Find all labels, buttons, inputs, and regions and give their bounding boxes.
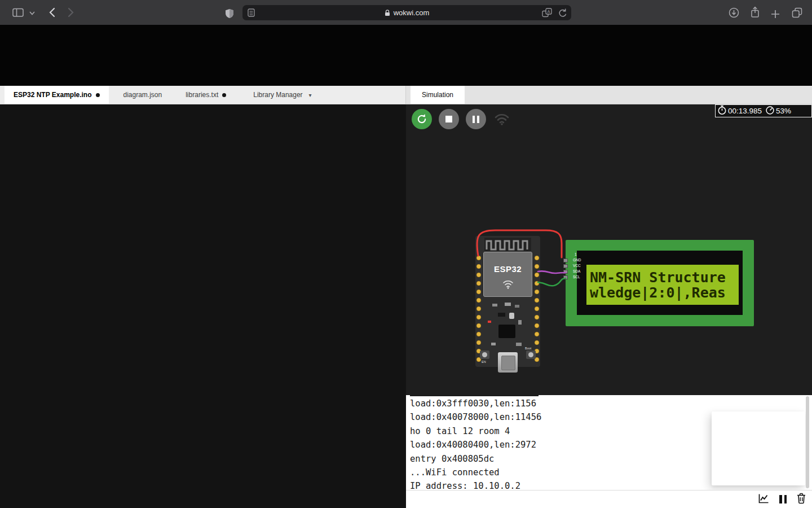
chevron-down-icon[interactable] <box>29 11 35 15</box>
editor-tab-bar: ESP32 NTP Example.ino diagram.json libra… <box>0 86 406 104</box>
wifi-status-icon[interactable] <box>495 113 509 128</box>
pause-serial-icon[interactable] <box>779 495 787 503</box>
clear-serial-icon[interactable] <box>796 493 806 506</box>
tab-label: Library Manager <box>253 91 302 99</box>
capacitor <box>516 343 522 346</box>
downloads-icon[interactable] <box>729 7 739 18</box>
clipped-line <box>410 395 539 396</box>
unsaved-dot <box>222 93 226 97</box>
plot-icon[interactable] <box>758 493 770 506</box>
capacitor <box>505 303 511 306</box>
tab-library-manager[interactable]: Library Manager ▾ <box>244 86 320 104</box>
tab-diagram-json[interactable]: diagram.json <box>114 86 171 104</box>
code-editor[interactable] <box>0 104 406 508</box>
address-bar[interactable]: wokwi.com A <box>242 5 571 20</box>
tab-libraries-txt[interactable]: libraries.txt <box>176 86 235 104</box>
lcd-pin-label-vcc: VCC <box>573 264 581 268</box>
forward-icon[interactable] <box>68 7 75 17</box>
lcd-pin-scl[interactable] <box>563 275 568 279</box>
stop-simulation-button[interactable] <box>439 109 459 129</box>
tab-sketch-file[interactable]: ESP32 NTP Example.ino <box>5 86 109 104</box>
resistor <box>492 304 497 306</box>
esp32-board[interactable]: ESP32 EN Boot <box>475 236 540 367</box>
crystal <box>509 313 514 319</box>
url-text: wokwi.com <box>394 8 430 17</box>
resistor <box>491 343 496 345</box>
speed-value: 53% <box>776 107 791 115</box>
tab-label: diagram.json <box>123 91 162 99</box>
wire-purple[interactable] <box>538 271 566 273</box>
lock-icon <box>385 9 390 16</box>
lcd-screen: NM-SRN Structurewledge|2:0|,Reas <box>586 265 739 305</box>
lcd-pin-number: 1 <box>575 252 577 256</box>
speed-gauge-icon <box>765 106 775 117</box>
restart-simulation-button[interactable] <box>412 109 432 129</box>
pin-header-right[interactable] <box>534 254 540 366</box>
sidebar-toggle-icon[interactable] <box>12 8 24 17</box>
lcd-pin-label-gnd: GND <box>573 258 581 262</box>
overlay-panel <box>712 411 805 485</box>
lcd-pin-sda[interactable] <box>563 270 568 274</box>
resistor <box>515 305 519 308</box>
usb-connector <box>498 352 518 373</box>
tab-overview-icon[interactable] <box>792 7 802 18</box>
esp32-shield: ESP32 <box>483 252 532 297</box>
tab-label: Simulation <box>422 91 453 99</box>
tab-simulation[interactable]: Simulation <box>411 86 465 104</box>
simulation-tab-bar: Simulation <box>406 86 812 104</box>
wire-green[interactable] <box>538 278 566 286</box>
en-label: EN <box>482 360 486 364</box>
chevron-down-icon: ▾ <box>309 92 312 98</box>
antenna-pattern <box>484 238 531 251</box>
lcd-line-2: wledge|2:0|,Reas <box>590 284 726 301</box>
translate-icon[interactable]: A <box>542 8 552 17</box>
lcd-pin-gnd[interactable] <box>563 259 568 262</box>
wokwi-page-header <box>0 25 812 86</box>
lcd1602-display[interactable]: NM-SRN Structurewledge|2:0|,Reas 1 GND V… <box>566 240 754 326</box>
lcd-line-1: NM-SRN Structure <box>590 269 726 286</box>
serial-line: load:0x3fff0030,len:1156 <box>406 397 812 410</box>
stopwatch-icon <box>717 105 727 117</box>
serial-scrollbar[interactable] <box>806 396 809 488</box>
reader-icon[interactable] <box>248 8 255 17</box>
en-button[interactable] <box>480 351 489 359</box>
boot-button[interactable] <box>526 351 536 359</box>
lcd-pin-label-sda: SDA <box>573 269 580 273</box>
pause-icon <box>473 116 479 123</box>
tab-label: libraries.txt <box>186 91 218 99</box>
tab-label: ESP32 NTP Example.ino <box>14 91 92 99</box>
simulation-timer: 00:13.985 53% <box>715 104 812 117</box>
power-led <box>488 321 491 323</box>
timer-value: 00:13.985 <box>728 107 762 115</box>
unsaved-dot <box>96 93 100 97</box>
back-icon[interactable] <box>48 7 55 17</box>
simulation-canvas[interactable]: 00:13.985 53% ESP32 <box>406 104 812 395</box>
pin-header-left[interactable] <box>476 254 482 366</box>
pause-simulation-button[interactable] <box>466 109 486 129</box>
usb-uart-chip <box>498 325 515 338</box>
privacy-shield-icon[interactable] <box>224 8 235 19</box>
wifi-logo-icon <box>502 279 514 291</box>
small-ic <box>498 313 505 317</box>
lcd-pin-label-scl: SCL <box>573 275 580 279</box>
capacitor <box>518 320 522 325</box>
share-icon[interactable] <box>750 6 760 18</box>
serial-toolbar <box>406 490 812 508</box>
svg-text:A: A <box>547 9 550 14</box>
lcd-pin-vcc[interactable] <box>563 264 568 268</box>
new-tab-icon[interactable] <box>771 10 780 19</box>
browser-toolbar: wokwi.com A <box>0 0 812 25</box>
chip-label: ESP32 <box>484 264 532 274</box>
stop-icon <box>445 116 452 122</box>
boot-label: Boot <box>525 347 531 350</box>
reload-icon[interactable] <box>558 8 567 17</box>
screen: wokwi.com A ESP32 NTP Examp <box>0 0 812 508</box>
